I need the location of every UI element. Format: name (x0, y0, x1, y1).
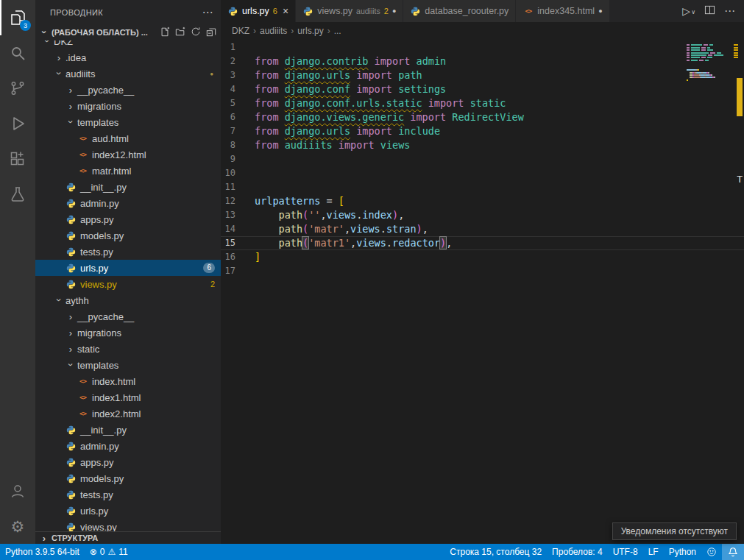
eol[interactable]: LF (643, 544, 664, 560)
code-line[interactable]: 11 (221, 180, 744, 194)
tree-item[interactable]: ›aythh (35, 292, 221, 308)
tab-database_roouter.py[interactable]: database_roouter.py (403, 0, 516, 22)
tree-item[interactable]: <>matr.html (35, 163, 221, 179)
tree-item[interactable]: ›__pycache__ (35, 308, 221, 325)
run-button[interactable]: ▷ ∨ (682, 6, 695, 16)
minimap[interactable] (687, 42, 732, 85)
line-content: from django.urls import path (255, 68, 422, 82)
encoding[interactable]: UTF-8 (608, 544, 643, 560)
tab-label: urls.py (242, 6, 269, 16)
account-icon[interactable] (0, 473, 35, 508)
tab-urls.py[interactable]: urls.py6× (221, 0, 296, 22)
search-icon[interactable] (0, 35, 35, 71)
overview-ruler[interactable]: T (734, 40, 744, 544)
tree-item[interactable]: ›static (35, 341, 221, 357)
tree-item[interactable]: admin.py (35, 195, 221, 211)
refresh-icon[interactable] (191, 26, 201, 38)
new-file-icon[interactable] (160, 26, 170, 38)
code-line[interactable]: 1 (221, 40, 744, 54)
tree-item[interactable]: urls.py (35, 503, 221, 519)
tree-item-label: admin.py (80, 198, 119, 209)
tree-item[interactable]: ›__pycache__ (35, 82, 221, 98)
chevron-right-icon: › (38, 533, 50, 544)
notifications-bell-icon[interactable] (722, 544, 744, 560)
split-editor-icon[interactable] (704, 4, 715, 18)
code-line[interactable]: 12urlpatterns = [ (221, 194, 744, 208)
code-line[interactable]: 15 path('matr1',views.redactor), (221, 236, 744, 250)
warnings-icon: ⚠ (107, 547, 116, 556)
code-line[interactable]: 17 (221, 264, 744, 278)
tree-item[interactable]: __init__.py (35, 179, 221, 195)
workspace-section-header[interactable]: › (РАБОЧАЯ ОБЛАСТЬ) ... (35, 24, 221, 40)
code-line[interactable]: 2from django.contrib import admin (221, 54, 744, 68)
source-control-icon[interactable] (0, 71, 35, 106)
tree-item[interactable]: urls.py6 (35, 260, 221, 276)
new-folder-icon[interactable] (175, 26, 185, 38)
tree-item[interactable]: __init__.py (35, 422, 221, 438)
breadcrumb-item[interactable]: DKZ (232, 26, 249, 36)
python-interpreter-status[interactable]: Python 3.9.5 64-bit (0, 544, 85, 560)
extensions-icon[interactable] (0, 141, 35, 177)
tree-item[interactable]: ›templates (35, 114, 221, 130)
more-actions-icon[interactable]: ⋯ (724, 4, 735, 18)
code-line[interactable]: 10 (221, 166, 744, 180)
tree-item[interactable]: apps.py (35, 454, 221, 470)
minimap-line (687, 67, 732, 68)
indentation[interactable]: Пробелов: 4 (547, 544, 608, 560)
feedback-icon[interactable] (701, 544, 722, 560)
tab-index345.html[interactable]: <>index345.html● (516, 0, 609, 22)
tree-item[interactable]: ›migrations (35, 325, 221, 341)
settings-gear-icon[interactable]: ⚙ (0, 508, 35, 544)
collapse-all-icon[interactable] (206, 26, 216, 38)
code-line[interactable]: 6from django.views.generic import Redire… (221, 110, 744, 124)
dirty-indicator-icon[interactable]: ● (598, 7, 602, 15)
tree-item[interactable]: views.py (35, 519, 221, 531)
editor-group: urls.py6×views.pyaudiiits2●database_roou… (221, 0, 744, 544)
breadcrumb-item[interactable]: urls.py (297, 26, 323, 36)
breadcrumb-item[interactable]: audiiits (260, 26, 287, 36)
tree-item[interactable]: ›.idea (35, 49, 221, 65)
dirty-indicator-icon[interactable]: ● (392, 7, 396, 15)
code-line[interactable]: 16] (221, 250, 744, 264)
tree-item[interactable]: tests.py (35, 244, 221, 260)
code-line[interactable]: 3from django.urls import path (221, 68, 744, 82)
chevron-down-icon: › (39, 26, 50, 38)
tab-views.py[interactable]: views.pyaudiiits2● (296, 0, 403, 22)
explorer-icon[interactable]: 3 (0, 0, 35, 35)
tree-item[interactable]: ›templates (35, 357, 221, 373)
cursor-position[interactable]: Строка 15, столбец 32 (444, 544, 547, 560)
sidebar-more-actions-icon[interactable]: ⋯ (202, 6, 213, 19)
tree-item[interactable]: <>index1.html (35, 389, 221, 405)
testing-icon[interactable] (0, 177, 35, 212)
tree-item[interactable]: models.py (35, 470, 221, 486)
tree-item[interactable]: views.py2 (35, 276, 221, 292)
tree-item[interactable]: <>aud.html (35, 130, 221, 146)
tree-item[interactable]: <>index.html (35, 373, 221, 389)
editor[interactable]: 12from django.contrib import admin3from … (221, 40, 744, 544)
code-line[interactable]: 14 path('matr',views.stran), (221, 222, 744, 236)
tree-item[interactable]: tests.py (35, 486, 221, 503)
breadcrumb-item[interactable]: ... (334, 26, 341, 36)
tree-item[interactable]: <>index2.html (35, 405, 221, 422)
language-mode[interactable]: Python (664, 544, 701, 560)
tree-item[interactable]: ›migrations (35, 98, 221, 114)
tree-item[interactable]: admin.py (35, 438, 221, 454)
tree-item[interactable]: ›DKZ (35, 40, 221, 49)
tree-item[interactable]: ›audiiits● (35, 65, 221, 82)
run-debug-icon[interactable] (0, 106, 35, 141)
code-line[interactable]: 5from django.conf.urls.static import sta… (221, 96, 744, 110)
tree-item[interactable]: models.py (35, 227, 221, 244)
code-line[interactable]: 4from django.conf import settings (221, 82, 744, 96)
outline-section-header[interactable]: › СТРУКТУРА (35, 531, 221, 544)
tree-item[interactable]: <>index12.html (35, 146, 221, 163)
tree-item[interactable]: apps.py (35, 211, 221, 227)
code-line[interactable]: 7from django.urls import include (221, 124, 744, 138)
sidebar-title-row: ПРОВОДНИК ⋯ (35, 0, 221, 24)
close-icon[interactable]: × (283, 5, 288, 17)
problems-status[interactable]: ⊗ 0 ⚠ 11 (85, 544, 133, 560)
code-line[interactable]: 13 path('',views.index), (221, 208, 744, 222)
code-line[interactable]: 9 (221, 152, 744, 166)
line-content: from django.contrib import admin (255, 54, 446, 68)
code-line[interactable]: 8from audiiits import views (221, 138, 744, 152)
minimap-line (687, 77, 732, 78)
